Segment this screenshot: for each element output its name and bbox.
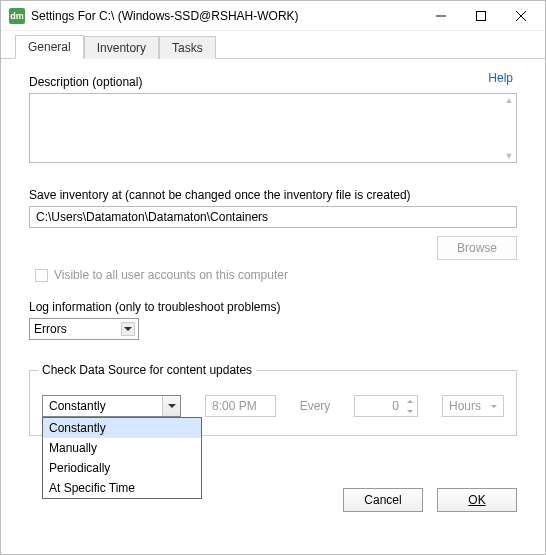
cancel-button[interactable]: Cancel [343, 488, 423, 512]
check-updates-group: Check Data Source for content updates Co… [29, 370, 517, 436]
visible-all-label: Visible to all user accounts on this com… [54, 268, 288, 282]
tab-strip: General Inventory Tasks [1, 31, 545, 59]
description-textarea[interactable] [29, 93, 517, 163]
spinner-icon [403, 396, 417, 416]
frequency-select[interactable]: Constantly [42, 395, 181, 417]
every-label: Every [300, 399, 331, 413]
option-at-specific-time[interactable]: At Specific Time [43, 478, 201, 498]
title-bar: dm Settings For C:\ (Windows-SSD@RSHAH-W… [1, 1, 545, 31]
chevron-down-icon [121, 322, 135, 336]
svg-rect-1 [477, 11, 486, 20]
visible-all-row: Visible to all user accounts on this com… [35, 268, 517, 282]
close-button[interactable] [501, 2, 541, 30]
help-link[interactable]: Help [488, 71, 513, 85]
frequency-value: Constantly [49, 399, 106, 413]
time-input: 8:00 PM [205, 395, 276, 417]
log-select-value: Errors [34, 322, 67, 336]
log-select[interactable]: Errors [29, 318, 139, 340]
maximize-button[interactable] [461, 2, 501, 30]
tab-tasks[interactable]: Tasks [159, 36, 216, 59]
frequency-dropdown[interactable]: Constantly Manually Periodically At Spec… [42, 417, 202, 499]
log-label: Log information (only to troubleshoot pr… [29, 300, 517, 314]
app-icon: dm [9, 8, 25, 24]
save-at-label: Save inventory at (cannot be changed onc… [29, 188, 517, 202]
tab-inventory[interactable]: Inventory [84, 36, 159, 59]
interval-unit: Hours [442, 395, 504, 417]
chevron-down-icon [162, 396, 180, 416]
check-updates-title: Check Data Source for content updates [38, 363, 256, 377]
interval-count-value: 0 [392, 399, 399, 413]
browse-button[interactable]: Browse [437, 236, 517, 260]
scrollbar-hint: ▲▼ [504, 96, 514, 160]
interval-count: 0 [354, 395, 418, 417]
tab-general[interactable]: General [15, 35, 84, 59]
visible-all-checkbox [35, 269, 48, 282]
option-manually[interactable]: Manually [43, 438, 201, 458]
window-title: Settings For C:\ (Windows-SSD@RSHAH-WORK… [31, 9, 421, 23]
description-label: Description (optional) [29, 75, 517, 89]
option-constantly[interactable]: Constantly [43, 418, 201, 438]
minimize-button[interactable] [421, 2, 461, 30]
option-periodically[interactable]: Periodically [43, 458, 201, 478]
ok-button[interactable]: OK [437, 488, 517, 512]
save-at-input[interactable] [29, 206, 517, 228]
tab-panel-general: Help Description (optional) ▲▼ Save inve… [1, 59, 545, 528]
